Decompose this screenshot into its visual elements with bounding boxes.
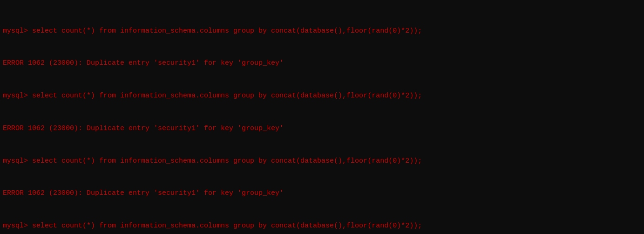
prompt-3: mysql> select count(*) from information_…: [3, 157, 422, 165]
error-2: ERROR 1062 (23000): Duplicate entry 'sec…: [3, 124, 284, 132]
line-5: mysql> select count(*) from information_…: [3, 156, 641, 166]
line-6: ERROR 1062 (23000): Duplicate entry 'sec…: [3, 188, 641, 199]
line-7: mysql> select count(*) from information_…: [3, 220, 641, 231]
prompt-1: mysql> select count(*) from information_…: [3, 27, 422, 35]
terminal-window: mysql> select count(*) from information_…: [0, 0, 644, 234]
error-3: ERROR 1062 (23000): Duplicate entry 'sec…: [3, 189, 284, 197]
prompt-2: mysql> select count(*) from information_…: [3, 92, 422, 100]
prompt-4: mysql> select count(*) from information_…: [3, 222, 422, 230]
line-4: ERROR 1062 (23000): Duplicate entry 'sec…: [3, 123, 641, 134]
line-1: mysql> select count(*) from information_…: [3, 26, 641, 36]
line-3: mysql> select count(*) from information_…: [3, 90, 641, 101]
line-2: ERROR 1062 (23000): Duplicate entry 'sec…: [3, 58, 641, 69]
error-1: ERROR 1062 (23000): Duplicate entry 'sec…: [3, 59, 284, 67]
